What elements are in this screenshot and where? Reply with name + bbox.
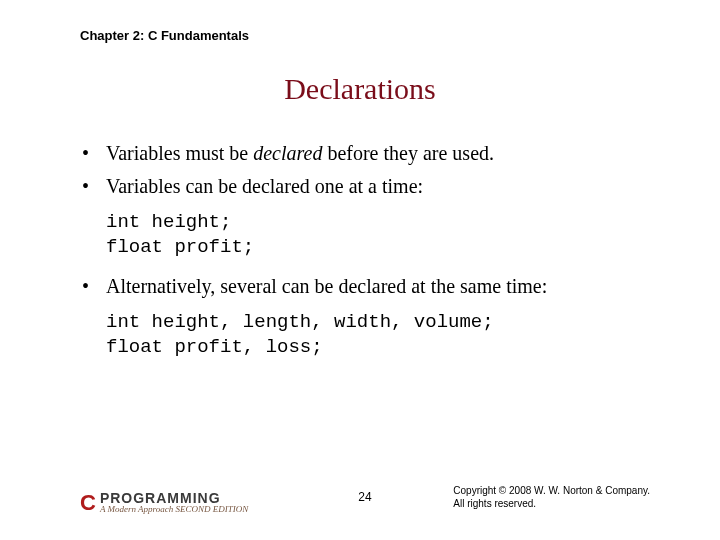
logo-text-block: PROGRAMMING A Modern Approach SECOND EDI… — [100, 491, 248, 514]
bullet-item: • Alternatively, several can be declared… — [80, 273, 650, 300]
bullet-item: • Variables can be declared one at a tim… — [80, 173, 650, 200]
bullet-text: Variables can be declared one at a time: — [106, 173, 650, 200]
code-block: int height, length, width, volume; float… — [106, 310, 650, 359]
bullet-marker: • — [80, 273, 106, 300]
emphasized-word: declared — [253, 142, 322, 164]
bullet-marker: • — [80, 173, 106, 200]
text-fragment: before they are used. — [322, 142, 494, 164]
bullet-marker: • — [80, 140, 106, 167]
slide-content: • Variables must be declared before they… — [80, 140, 650, 374]
copyright-notice: Copyright © 2008 W. W. Norton & Company.… — [453, 484, 650, 510]
logo-main-text: PROGRAMMING — [100, 491, 248, 505]
slide-title: Declarations — [0, 72, 720, 106]
logo-subtitle: A Modern Approach SECOND EDITION — [100, 505, 248, 514]
copyright-line: All rights reserved. — [453, 497, 650, 510]
footer: C PROGRAMMING A Modern Approach SECOND E… — [80, 474, 650, 514]
copyright-line: Copyright © 2008 W. W. Norton & Company. — [453, 484, 650, 497]
logo-c-letter: C — [80, 492, 96, 514]
page-number: 24 — [358, 490, 371, 504]
bullet-item: • Variables must be declared before they… — [80, 140, 650, 167]
code-block: int height; float profit; — [106, 210, 650, 259]
chapter-header: Chapter 2: C Fundamentals — [80, 28, 249, 43]
bullet-text: Alternatively, several can be declared a… — [106, 273, 650, 300]
book-logo: C PROGRAMMING A Modern Approach SECOND E… — [80, 491, 248, 514]
bullet-text: Variables must be declared before they a… — [106, 140, 650, 167]
text-fragment: Variables must be — [106, 142, 253, 164]
